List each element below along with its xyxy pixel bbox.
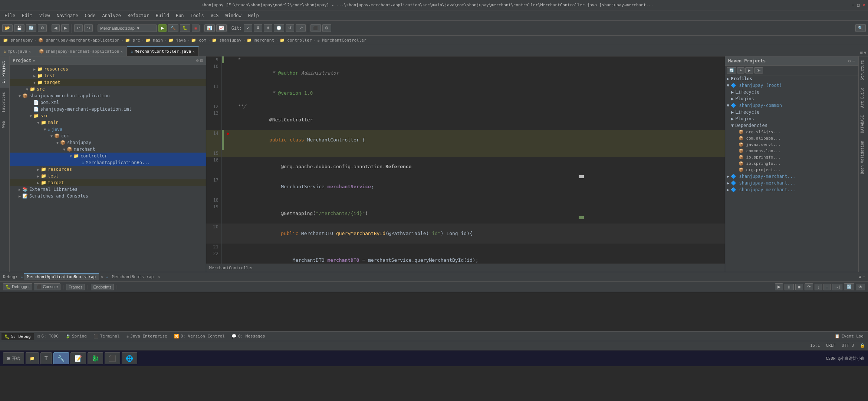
redo-btn[interactable]: ↪ [84, 24, 93, 32]
tree-test2[interactable]: ▶ 📁 test [10, 173, 206, 179]
resume-btn[interactable]: ▶ [775, 283, 783, 290]
maven-profiles[interactable]: ▶ Profiles [725, 75, 858, 82]
git-push-btn[interactable]: ⬆ [264, 24, 272, 32]
side-tab-web[interactable]: Web [0, 117, 9, 132]
forward-btn[interactable]: ▶ [61, 24, 69, 32]
maven-dep-commons[interactable]: 📦 commons-lan... [725, 148, 858, 154]
debugger-tab[interactable]: 🐛 Debugger [3, 283, 32, 290]
tree-src2[interactable]: ▼ 📁 src [10, 113, 206, 119]
git-branch-btn[interactable]: ⎇ [296, 24, 306, 32]
watch-btn[interactable]: 👁 [856, 284, 865, 290]
tab-version-control[interactable]: 🔀 0: Version Control [171, 333, 228, 340]
project-collapse[interactable]: ⊟ [200, 58, 203, 63]
settings-btn[interactable]: ⚙ [38, 24, 47, 32]
far-tab-beanvalidation[interactable]: Bean Validation [859, 137, 868, 178]
breadcrumb-shanjupay[interactable]: 📁 shanjupay [3, 38, 33, 43]
far-tab-structure[interactable]: Structure [859, 56, 868, 84]
menu-help[interactable]: Help [245, 12, 262, 19]
maven-add-btn[interactable]: + [737, 67, 744, 74]
debug-tab-close2[interactable]: ✕ [157, 274, 160, 279]
tree-resources2[interactable]: ▶ 📁 resources [10, 166, 206, 173]
project-gear[interactable]: ⚙ [196, 58, 199, 63]
maven-dep-javax[interactable]: 📦 javax.servl... [725, 141, 858, 148]
breadcrumb-main[interactable]: 📁 main [145, 38, 163, 43]
build-btn[interactable]: 🔨 [168, 24, 178, 32]
tree-controller[interactable]: ▼ 📁 controller [10, 153, 206, 159]
taskbar-intellij[interactable]: 🔧 [53, 352, 69, 364]
tab-merchant-app[interactable]: 📦 shanjupay-merchant-application ✕ [35, 46, 127, 56]
settings2-btn[interactable]: ⚙ [322, 24, 331, 32]
debug-tab-merchantapp[interactable]: MerchantApplicationBootstrap [24, 273, 99, 280]
taskbar-app2[interactable]: 📝 [70, 352, 86, 364]
open-file-btn[interactable]: 📂 [2, 24, 13, 32]
menu-build[interactable]: Build [153, 12, 172, 19]
debug-settings-icon[interactable]: ⚙ [859, 274, 861, 279]
taskbar-browser[interactable]: 🌐 [122, 352, 137, 364]
tab-todo[interactable]: ☑ 6: TODO [34, 333, 62, 340]
close-btn[interactable]: ✕ [862, 3, 865, 7]
taskbar-start[interactable]: ⊞ 开始 [3, 352, 24, 364]
tree-iml[interactable]: 📄 shanjupay-merchant-application.iml [10, 106, 206, 113]
sync-btn[interactable]: 🔄 [26, 24, 36, 32]
menu-refactor[interactable]: Refactor [125, 12, 152, 19]
maven-shanjupay-root[interactable]: ▼ 🔷 shanjupay (root) [725, 82, 858, 89]
far-tab-database[interactable]: DATABASE [859, 111, 868, 137]
debug-tab-close1[interactable]: ✕ [101, 274, 103, 279]
console-tab[interactable]: ⬛ Console [34, 283, 60, 290]
run-btn[interactable]: ▶ [158, 24, 167, 32]
menu-tools[interactable]: Tools [188, 12, 207, 19]
tree-external-libs[interactable]: ▶ 📚 External Libraries [10, 186, 206, 193]
debug-close-icon[interactable]: − [862, 274, 865, 279]
git-update-btn[interactable]: ⬇ [254, 24, 262, 32]
git-revert-btn[interactable]: ↺ [286, 24, 294, 32]
tab-merchant-app-close[interactable]: ✕ [121, 49, 123, 53]
maven-dep-slf4j[interactable]: 📦 org.slf4j:s... [725, 129, 858, 135]
menu-run[interactable]: Run [173, 12, 187, 19]
git-history-btn[interactable]: 🕐 [274, 24, 284, 32]
stop-debug-btn[interactable]: ■ [795, 284, 803, 290]
endpoints-tab[interactable]: Endpoints [91, 284, 114, 290]
evaluate-btn[interactable]: 🔣 [844, 283, 854, 290]
frames-tab[interactable]: Frames [66, 284, 85, 290]
tree-shanjupay-pkg[interactable]: ▼ 📦 shanjupay [10, 139, 206, 146]
side-tab-favorites[interactable]: Favorites [0, 88, 9, 117]
debug-run-btn[interactable]: 🐛 [180, 24, 190, 32]
menu-edit[interactable]: Edit [19, 12, 36, 19]
step-over-btn[interactable]: ↷ [805, 283, 813, 290]
tree-src1[interactable]: ▼ 📁 src [10, 86, 206, 92]
maven-expand-btn[interactable]: ≫ [754, 67, 763, 74]
tree-main[interactable]: ▼ 📁 main [10, 119, 206, 126]
tree-merchant-app[interactable]: ▼ 📦 shanjupay-merchant-application [10, 92, 206, 99]
menu-view[interactable]: View [36, 12, 53, 19]
save-btn[interactable]: 💾 [14, 24, 24, 32]
code-editor[interactable]: 9 * 10 * @author Administrator 11 [206, 56, 725, 264]
maven-deps[interactable]: ▼ Dependencies [725, 122, 858, 129]
breadcrumb-merchant[interactable]: 📁 merchant [247, 38, 274, 43]
maven-merchant-3[interactable]: ▶ 🔷 shanjupay-merchant... [725, 186, 858, 193]
pause-btn[interactable]: ⏸ [785, 284, 794, 290]
tab-mpl[interactable]: ☕ mpl.java ✕ [0, 46, 35, 56]
tree-merchant-pkg[interactable]: ▼ 📦 merchant [10, 146, 206, 153]
tab-spring[interactable]: 🍃 Spring [62, 333, 90, 340]
side-tab-project[interactable]: 1: Project [0, 56, 9, 88]
menu-navigate[interactable]: Navigate [54, 12, 81, 19]
breadcrumb-shanjupay2[interactable]: 📁 shanjupay [212, 38, 241, 43]
tab-merchantcontroller[interactable]: ☕ MerchantController.java ✕ [127, 46, 199, 56]
stop-btn[interactable]: ■ [192, 25, 200, 32]
taskbar-notepad[interactable]: T [40, 352, 52, 364]
maximize-btn[interactable]: □ [857, 3, 860, 7]
breadcrumb-java[interactable]: 📁 java [168, 38, 186, 43]
tab-merchantcontroller-close[interactable]: ✕ [193, 49, 195, 53]
tab-mpl-close[interactable]: ✕ [29, 49, 31, 53]
maven-plugins-1[interactable]: ▶ Plugins [725, 95, 858, 102]
maven-common[interactable]: ▼ 🔷 shanjupay-common [725, 102, 858, 109]
maven-dep-project[interactable]: 📦 org.project... [725, 167, 858, 173]
maven-run-btn[interactable]: ▶ [745, 67, 753, 74]
tree-scratches[interactable]: ▶ 📝 Scratches and Consoles [10, 193, 206, 199]
tree-target1[interactable]: ▼ 📁 target [10, 79, 206, 86]
tree-bootstrap[interactable]: ☕ MerchantApplicationBo... [10, 159, 206, 166]
back-btn[interactable]: ◀ [52, 24, 60, 32]
maven-lifecycle-1[interactable]: ▶ Lifecycle [725, 89, 858, 95]
search-everywhere-btn[interactable]: 🔍 [855, 24, 866, 32]
taskbar-explorer[interactable]: 📁 [26, 352, 39, 364]
